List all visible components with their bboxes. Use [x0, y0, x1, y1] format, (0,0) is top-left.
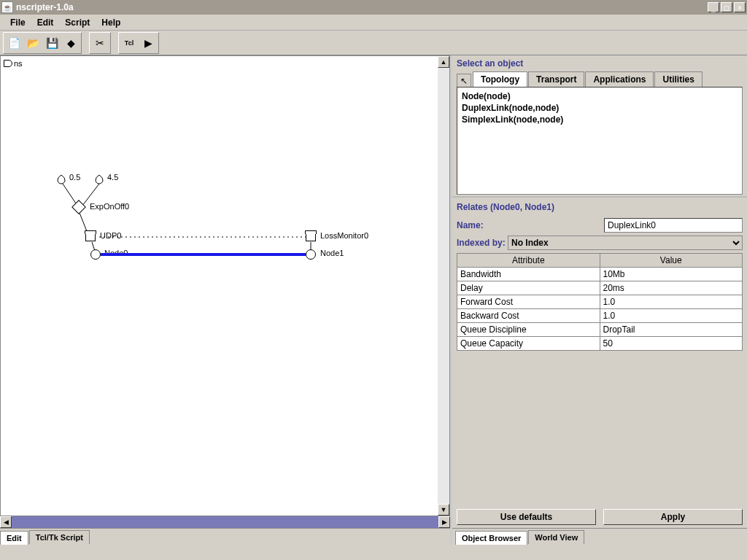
- lossmonitor-label: LossMonitor0: [320, 231, 368, 240]
- lossmonitor-node[interactable]: [306, 233, 316, 241]
- diagram-lines: [1, 56, 449, 516]
- name-field[interactable]: [604, 218, 743, 233]
- relates-title: Relates (Node0, Node1): [457, 202, 743, 212]
- table-row: Queue Capacity50: [457, 337, 743, 351]
- apply-button[interactable]: Apply: [603, 509, 743, 525]
- use-defaults-button[interactable]: Use defaults: [457, 509, 596, 525]
- list-item-node[interactable]: Node(node): [462, 90, 738, 102]
- menu-help[interactable]: Help: [96, 16, 126, 29]
- tb-save-icon[interactable]: 💾: [42, 34, 61, 52]
- scroll-right-icon[interactable]: ▶: [438, 516, 450, 528]
- maximize-button[interactable]: □: [721, 2, 732, 12]
- tab-world-view[interactable]: World View: [528, 530, 584, 544]
- udp-node[interactable]: [85, 233, 96, 241]
- tb-new-icon[interactable]: 📄: [4, 34, 23, 52]
- table-row: Bandwidth10Mb: [457, 268, 743, 281]
- tb-tcl-icon[interactable]: Tcl: [120, 34, 139, 52]
- scroll-down-icon[interactable]: ▼: [438, 504, 449, 516]
- table-row: Forward Cost1.0: [457, 295, 743, 309]
- tb-open-icon[interactable]: 📂: [23, 34, 42, 52]
- tab-edit[interactable]: Edit: [0, 531, 28, 545]
- list-item-simplexlink[interactable]: SimplexLink(node,node): [462, 114, 738, 125]
- vertical-scrollbar[interactable]: ▲ ▼: [438, 56, 449, 516]
- menu-file[interactable]: File: [4, 16, 31, 29]
- anno-05: 0.5: [69, 173, 80, 182]
- attribute-table: Attribute Value Bandwidth10Mb Delay20ms …: [457, 253, 743, 351]
- minimize-button[interactable]: _: [708, 2, 719, 12]
- udp-label: UDP0: [100, 231, 121, 240]
- canvas[interactable]: ns: [0, 55, 450, 516]
- menu-script[interactable]: Script: [59, 16, 96, 29]
- window-title: nscripter-1.0a: [16, 2, 708, 12]
- duplex-link[interactable]: [101, 253, 306, 256]
- node0[interactable]: [90, 249, 101, 260]
- java-icon: ☕: [1, 1, 13, 13]
- tb-run-icon[interactable]: ▶: [139, 34, 158, 52]
- node1[interactable]: [306, 249, 316, 260]
- indexed-label: Indexed by:: [457, 238, 508, 248]
- table-row: Delay20ms: [457, 281, 743, 295]
- object-list: Node(node) DuplexLink(node,node) Simplex…: [457, 87, 743, 195]
- name-label: Name:: [457, 220, 508, 230]
- scroll-left-icon[interactable]: ◀: [0, 516, 12, 528]
- menu-bar: File Edit Script Help: [0, 15, 747, 31]
- tab-object-browser[interactable]: Object Browser: [455, 531, 527, 545]
- cursor-icon[interactable]: ↖: [457, 74, 471, 87]
- agent-icon-b[interactable]: [94, 174, 104, 184]
- tb-cut-icon[interactable]: ✂: [90, 34, 109, 52]
- tab-applications[interactable]: Applications: [585, 71, 654, 87]
- anno-45: 4.5: [107, 173, 118, 182]
- table-row: Backward Cost1.0: [457, 309, 743, 323]
- title-bar: ☕ nscripter-1.0a _ □ ×: [0, 0, 747, 15]
- horizontal-scrollbar[interactable]: ◀ ▶: [0, 516, 450, 528]
- indexed-select[interactable]: No Index: [508, 236, 743, 250]
- right-pane: Select an object ↖ Topology Transport Ap…: [452, 55, 747, 544]
- scroll-up-icon[interactable]: ▲: [438, 56, 449, 68]
- close-button[interactable]: ×: [734, 2, 746, 12]
- col-attribute: Attribute: [457, 254, 600, 268]
- tab-topology[interactable]: Topology: [473, 71, 527, 87]
- left-bottom-tabs: Edit Tcl/Tk Script: [0, 528, 450, 544]
- tab-transport[interactable]: Transport: [528, 71, 584, 87]
- exponoff-node[interactable]: [71, 200, 86, 214]
- list-item-duplexlink[interactable]: DuplexLink(node,node): [462, 102, 738, 114]
- select-object-title: Select an object: [457, 58, 743, 69]
- col-value: Value: [600, 254, 743, 268]
- tb-export-icon[interactable]: ◆: [61, 34, 80, 52]
- exponoff-label: ExpOnOff0: [90, 202, 129, 211]
- node1-label: Node1: [320, 249, 344, 257]
- agent-icon-a[interactable]: [56, 174, 66, 184]
- table-row: Queue DisciplineDropTail: [457, 323, 743, 337]
- menu-edit[interactable]: Edit: [31, 16, 60, 29]
- tab-utilities[interactable]: Utilities: [654, 71, 702, 87]
- tab-tcltk[interactable]: Tcl/Tk Script: [29, 530, 90, 544]
- left-pane: ns: [0, 55, 452, 544]
- toolbar: 📄 📂 💾 ◆ ✂ Tcl ▶: [0, 31, 747, 55]
- right-bottom-tabs: Object Browser World View: [452, 528, 747, 544]
